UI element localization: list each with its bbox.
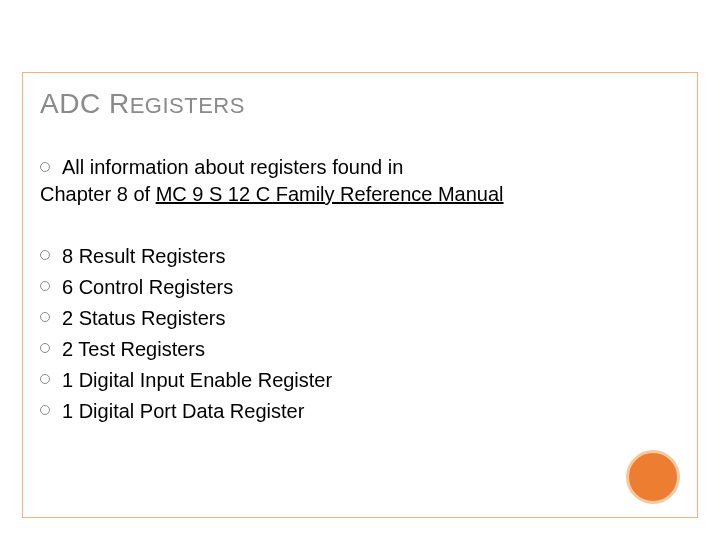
intro-line1: All information about registers found in bbox=[62, 154, 403, 181]
intro-row: All information about registers found in bbox=[40, 154, 680, 181]
bullet-icon bbox=[40, 162, 50, 172]
title-small: EGISTERS bbox=[130, 93, 245, 118]
list-item: 8 Result Registers bbox=[40, 242, 680, 271]
accent-circle-icon bbox=[626, 450, 680, 504]
list-item: 1 Digital Port Data Register bbox=[40, 397, 680, 426]
list-item-text: 2 Test Registers bbox=[62, 335, 205, 364]
list-item-text: 1 Digital Port Data Register bbox=[62, 397, 304, 426]
bullet-icon bbox=[40, 343, 50, 353]
slide-content: ADC REGISTERS All information about regi… bbox=[40, 88, 680, 428]
list-item: 6 Control Registers bbox=[40, 273, 680, 302]
list-item-text: 2 Status Registers bbox=[62, 304, 225, 333]
list-item-text: 8 Result Registers bbox=[62, 242, 225, 271]
list-item: 2 Status Registers bbox=[40, 304, 680, 333]
list-item: 1 Digital Input Enable Register bbox=[40, 366, 680, 395]
bullet-icon bbox=[40, 250, 50, 260]
list-item: 2 Test Registers bbox=[40, 335, 680, 364]
intro-line2-pre: Chapter 8 of bbox=[40, 183, 156, 205]
slide-title: ADC REGISTERS bbox=[40, 88, 680, 120]
intro-paragraph: All information about registers found in… bbox=[40, 154, 680, 208]
list-item-text: 1 Digital Input Enable Register bbox=[62, 366, 332, 395]
bullet-icon bbox=[40, 312, 50, 322]
bullet-icon bbox=[40, 374, 50, 384]
bullet-icon bbox=[40, 405, 50, 415]
register-list: 8 Result Registers 6 Control Registers 2… bbox=[40, 242, 680, 426]
intro-line2: Chapter 8 of MC 9 S 12 C Family Referenc… bbox=[40, 181, 680, 208]
reference-manual-link: MC 9 S 12 C Family Reference Manual bbox=[156, 183, 504, 205]
bullet-icon bbox=[40, 281, 50, 291]
title-pre: ADC R bbox=[40, 88, 130, 119]
list-item-text: 6 Control Registers bbox=[62, 273, 233, 302]
